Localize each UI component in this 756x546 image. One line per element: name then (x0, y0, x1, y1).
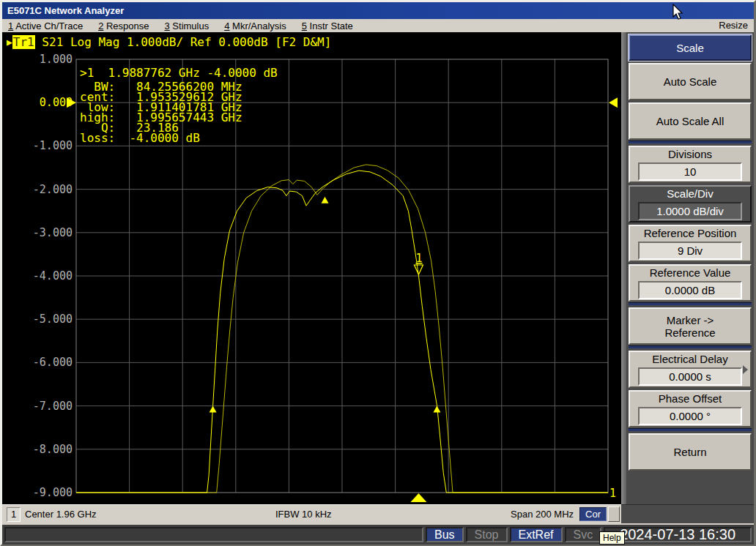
softkey-sidebar: ScaleAuto ScaleAuto Scale AllDivisions10… (621, 32, 754, 504)
mouse-cursor (672, 4, 683, 20)
softkey-label: Auto Scale (664, 75, 717, 88)
softkey-separator (629, 345, 752, 348)
marker1-readout: >1 1.9887762 GHz -4.0000 dB (80, 66, 278, 80)
channel-indicator: 1 (7, 507, 21, 522)
submenu-arrow-icon (743, 365, 748, 374)
marker-1-icon (414, 265, 423, 274)
span-readout: Span 200 MHz (511, 509, 574, 520)
bw-center-marker-icon (322, 197, 329, 203)
menu-stimulus[interactable]: 3 Stimulus (165, 20, 210, 31)
softkey-label: Return (673, 446, 706, 458)
softkey-separator (629, 141, 752, 143)
softkey-label: Scale/Div (667, 187, 713, 200)
softkey-menu-title-scale: Scale (629, 34, 752, 61)
softkey-value-scale-div[interactable]: 1.0000 dB/div (638, 202, 742, 220)
status-bus: Bus (426, 527, 464, 542)
y-axis-tick-label: -1.000 (33, 139, 73, 152)
softkey-label: Marker -> (667, 314, 714, 326)
y-axis-tick-label: -8.000 (33, 443, 73, 456)
bw-high-marker-icon (433, 406, 440, 413)
status-bar-end-box (608, 506, 620, 522)
softkey-value-reference-value[interactable]: 0.0000 dB (638, 281, 742, 299)
softkey-marker[interactable]: Marker ->Reference (629, 307, 752, 345)
trace-name-badge[interactable]: Tr1 (12, 35, 35, 49)
softkey-scale-div[interactable]: Scale/Div1.0000 dB/div (629, 185, 752, 222)
softkey-reference-value[interactable]: Reference Value0.0000 dB (629, 264, 752, 302)
sidebar-lower-panel (621, 504, 754, 523)
softkey-auto-scale[interactable]: Auto Scale (629, 63, 752, 100)
analyzer-window: E5071C Network Analyzer 1 Active Ch/Trac… (0, 0, 756, 546)
bw-low-marker-icon (210, 406, 217, 413)
main-area: 1.0000.000-1.000-2.000-3.000-4.000-5.000… (2, 32, 754, 504)
correction-status-badge: Cor (579, 507, 607, 521)
softkey-label: Electrical Delay (652, 353, 727, 365)
softkey-value-divisions[interactable]: 10 (638, 162, 742, 181)
measurement-screen: 1.0000.000-1.000-2.000-3.000-4.000-5.000… (2, 32, 621, 504)
softkey-label: Scale (676, 42, 704, 54)
lower-row: 1 Center 1.96 GHz IFBW 10 kHz Span 200 M… (2, 504, 754, 523)
softkey-scrollbar[interactable] (621, 32, 626, 504)
status-bar: 1 Center 1.96 GHz IFBW 10 kHz Span 200 M… (2, 504, 621, 523)
resize-control[interactable]: Resize (719, 20, 748, 31)
title-bar: E5071C Network Analyzer (2, 2, 754, 19)
trace-format-text: S21 Log Mag 1.000dB/ Ref 0.000dB [F2 D&M… (35, 35, 332, 49)
menu-instr-state[interactable]: 5 Instr State (302, 20, 353, 31)
reference-level-arrow-right (609, 97, 618, 108)
softkey-value-electrical-delay[interactable]: 0.0000 s (638, 367, 742, 386)
ifbw-readout: IFBW 10 kHz (275, 509, 332, 520)
help-tooltip: Help (599, 531, 625, 545)
y-axis-tick-label: -9.000 (33, 486, 73, 499)
active-trace-arrow-icon: ▶ (7, 37, 12, 48)
softkey-value-reference-position[interactable]: 9 Div (638, 242, 742, 260)
channel-number-label: 1 (609, 487, 616, 500)
trace-header: ▶Tr1 S21 Log Mag 1.000dB/ Ref 0.000dB [F… (7, 35, 331, 49)
softkey-label-line2: Reference (664, 326, 715, 339)
menu-mkr-analysis[interactable]: 4 Mkr/Analysis (224, 20, 286, 31)
softkey-value-phase-offset[interactable]: 0.0000 ° (638, 407, 742, 425)
menu-bar: 1 Active Ch/Trace2 Response3 Stimulus4 M… (2, 19, 754, 32)
center-frequency-readout: Center 1.96 GHz (25, 509, 97, 520)
y-axis-tick-label: -2.000 (33, 183, 73, 196)
marker-1-stimulus-icon (410, 493, 426, 502)
y-axis-tick-label: -3.000 (33, 226, 73, 239)
softkey-label: Phase Offset (659, 392, 722, 405)
menu-active-ch-trace[interactable]: 1 Active Ch/Trace (8, 20, 83, 31)
softkey-auto-scale-all[interactable]: Auto Scale All (629, 102, 752, 140)
y-axis-tick-label: -4.000 (33, 269, 73, 283)
softkey-label: Auto Scale All (656, 115, 724, 127)
instrument-status-bar: BusStopExtRefSvc2024-07-13 16:30 (2, 523, 754, 545)
softkey-label: Reference Position (644, 227, 737, 239)
clock: 2024-07-13 16:30 (604, 527, 752, 542)
status-stop: Stop (466, 527, 508, 542)
softkey-separator (629, 428, 752, 431)
softkey-phase-offset[interactable]: Phase Offset0.0000 ° (629, 390, 752, 427)
y-axis-tick-label: 1.000 (40, 53, 73, 66)
y-axis-tick-label: -6.000 (33, 356, 73, 369)
y-axis-tick-label: -7.000 (33, 400, 73, 413)
softkey-separator (629, 302, 752, 305)
softkey-return[interactable]: Return (629, 433, 752, 471)
softkey-electrical-delay[interactable]: Electrical Delay0.0000 s (629, 351, 752, 388)
softkey-reference-position[interactable]: Reference Position9 Div (629, 225, 752, 262)
y-axis-tick-label: -5.000 (33, 313, 73, 326)
status-extref: ExtRef (510, 527, 563, 542)
marker-1-label: 1 (415, 252, 422, 265)
menu-response[interactable]: 2 Response (98, 20, 149, 31)
message-area (4, 527, 423, 542)
status-svc: Svc (565, 527, 602, 542)
bandwidth-readout: BW: 84.25566200 MHz cent: 1.953529612 GH… (80, 82, 242, 143)
softkey-label: Reference Value (650, 266, 731, 279)
softkey-label: Divisions (668, 148, 712, 160)
softkey-divisions[interactable]: Divisions10 (629, 146, 752, 183)
window-title: E5071C Network Analyzer (7, 5, 124, 16)
